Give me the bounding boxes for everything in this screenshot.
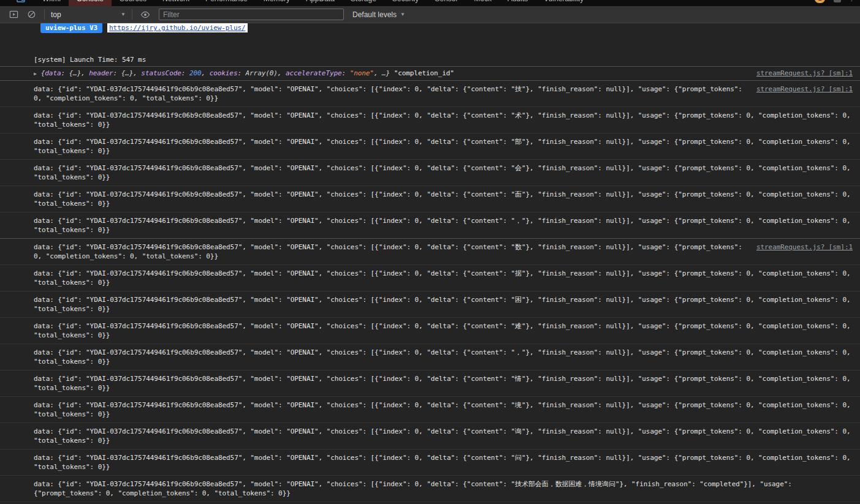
console-log-row: data: {"id": "YDAI-037dc1757449461f9c06b…	[0, 291, 860, 317]
log-message-text: data: {"id": "YDAI-037dc1757449461f9c06b…	[34, 269, 854, 287]
console-blank-space	[0, 36, 860, 53]
console-log-row: data: {"id": "YDAI-037dc1757449461f9c06b…	[0, 423, 860, 449]
tab-performance[interactable]: Performance	[197, 0, 256, 6]
expand-triangle-icon[interactable]: ▶	[34, 71, 37, 77]
console-log-row: streamRequest.js? [sm]:1data: {"id": "YD…	[0, 238, 860, 265]
tab-console[interactable]: Console	[69, 0, 112, 6]
log-message-text: data: {"id": "YDAI-037dc1757449461f9c06b…	[34, 375, 854, 392]
tab-storage[interactable]: Storage	[343, 0, 384, 6]
log-message-text: data: {"id": "YDAI-037dc1757449461f9c06b…	[34, 217, 854, 234]
log-message-text: data: {"id": "YDAI-037dc1757449461f9c06b…	[34, 427, 854, 445]
log-message-text: data: {"id": "YDAI-037dc1757449461f9c06b…	[34, 190, 854, 208]
console-log-row: streamRequest.js? [sm]:1data: {"id": "YD…	[0, 80, 860, 107]
devtools-window: WxmlConsoleSourcesNetworkPerformanceMemo…	[0, 0, 860, 504]
devtools-tabbar: WxmlConsoleSourcesNetworkPerformanceMemo…	[0, 0, 860, 6]
toolbar-separator	[44, 9, 45, 20]
console-log-row: data: {"id": "YDAI-037dc1757449461f9c06b…	[0, 317, 860, 344]
console-log-row-uview: uview-plus V3 https://ijry.github.io/uvi…	[0, 23, 860, 36]
tab-vulnerability[interactable]: Vulnerability	[536, 0, 592, 6]
log-message-text: data: {"id": "YDAI-037dc1757449461f9c06b…	[34, 348, 854, 366]
object-preview: {data: {…}, header: {…}, statusCode: 200…	[41, 69, 390, 77]
context-label: top	[51, 10, 61, 19]
tab-security[interactable]: Security	[384, 0, 427, 6]
logged-string: "completion_id"	[390, 69, 454, 77]
tab-mock[interactable]: Mock	[466, 0, 500, 6]
console-sidebar-icon[interactable]	[9, 9, 19, 20]
log-levels-select[interactable]: Default levels ▼	[352, 10, 405, 19]
console-log-row: data: {"id": "YDAI-037dc1757449461f9c06b…	[0, 344, 860, 370]
log-message-text: data: {"id": "YDAI-037dc1757449461f9c06b…	[34, 322, 854, 339]
console-log-area: uview-plus V3 https://ijry.github.io/uvi…	[0, 23, 860, 504]
chevron-down-icon: ▼	[400, 12, 405, 17]
source-location-link[interactable]: streamRequest.js? [sm]:1	[756, 85, 853, 94]
tab-wxml[interactable]: Wxml	[34, 0, 69, 6]
console-toolbar: top ▼ Default levels ▼	[0, 6, 860, 23]
console-object-row: streamRequest.js? [sm]:1▶{data: {…}, hea…	[0, 66, 860, 80]
notification-badge[interactable]: 1	[815, 0, 826, 3]
toolbar-separator	[132, 9, 132, 20]
console-log-row: data: {"id": "YDAI-037dc1757449461f9c06b…	[0, 370, 860, 396]
log-message-text: data: {"id": "YDAI-037dc1757449461f9c06b…	[34, 401, 854, 418]
log-message-text: data: {"id": "YDAI-037dc1757449461f9c06b…	[34, 454, 854, 471]
console-log-row: data: {"id": "YDAI-037dc1757449461f9c06b…	[0, 159, 860, 186]
tab-memory[interactable]: Memory	[256, 0, 298, 6]
source-location-link[interactable]: streamRequest.js? [sm]:1	[756, 69, 853, 78]
log-message-text: data: {"id": "YDAI-037dc1757449461f9c06b…	[34, 164, 854, 181]
log-message-text: data: {"id": "YDAI-037dc1757449461f9c06b…	[34, 85, 746, 102]
devtools-tabs: WxmlConsoleSourcesNetworkPerformanceMemo…	[34, 0, 592, 6]
live-expression-eye-icon[interactable]	[140, 9, 150, 20]
system-launch-message: [system] Launch Time: 547 ms	[34, 56, 146, 64]
console-system-row: [system] Launch Time: 547 ms	[0, 53, 860, 66]
tab-network[interactable]: Network	[154, 0, 197, 6]
console-log-row: data: {"id": "YDAI-037dc1757449461f9c06b…	[0, 396, 860, 423]
source-location-link[interactable]: streamRequest.js? [sm]:1	[756, 243, 853, 252]
javascript-context-select[interactable]: top ▼	[48, 10, 128, 19]
log-message-text: data: {"id": "YDAI-037dc1757449461f9c06b…	[34, 138, 854, 155]
tab-appdata[interactable]: AppData	[298, 0, 343, 6]
filter-input[interactable]	[159, 9, 344, 20]
console-log-row: data: {"id": "YDAI-037dc1757449461f9c06b…	[0, 186, 860, 212]
tab-sensor[interactable]: Sensor	[427, 0, 466, 6]
dock-side-icon[interactable]	[16, 0, 26, 4]
tab-audits[interactable]: Audits	[500, 0, 536, 6]
log-levels-label: Default levels	[352, 10, 397, 19]
settings-icon[interactable]	[834, 0, 841, 2]
console-entries: streamRequest.js? [sm]:1▶{data: {…}, hea…	[0, 66, 860, 504]
console-log-row: data: [DONE]	[0, 502, 860, 504]
uview-plus-link[interactable]: https://ijry.github.io/uview-plus/	[107, 23, 247, 32]
log-message-text: data: {"id": "YDAI-037dc1757449461f9c06b…	[34, 480, 796, 497]
console-log-row: data: {"id": "YDAI-037dc1757449461f9c06b…	[0, 449, 860, 475]
notification-count: 1	[818, 0, 822, 2]
log-message-text: data: {"id": "YDAI-037dc1757449461f9c06b…	[34, 111, 854, 129]
chevron-down-icon: ▼	[121, 12, 126, 17]
clear-console-icon[interactable]	[26, 9, 37, 20]
log-message-text: data: {"id": "YDAI-037dc1757449461f9c06b…	[34, 243, 746, 260]
console-log-row: data: {"id": "YDAI-037dc1757449461f9c06b…	[0, 265, 860, 291]
uview-plus-version-badge: uview-plus V3	[40, 23, 102, 33]
console-log-row: data: {"id": "YDAI-037dc1757449461f9c06b…	[0, 133, 860, 159]
help-icon[interactable]: ?	[850, 0, 854, 3]
console-log-row: data: {"id": "YDAI-037dc1757449461f9c06b…	[0, 212, 860, 238]
log-message-text: data: {"id": "YDAI-037dc1757449461f9c06b…	[34, 296, 854, 313]
tab-sources[interactable]: Sources	[112, 0, 154, 6]
console-log-row: data: {"id": "YDAI-037dc1757449461f9c06b…	[0, 107, 860, 133]
console-log-row: data: {"id": "YDAI-037dc1757449461f9c06b…	[0, 475, 860, 502]
